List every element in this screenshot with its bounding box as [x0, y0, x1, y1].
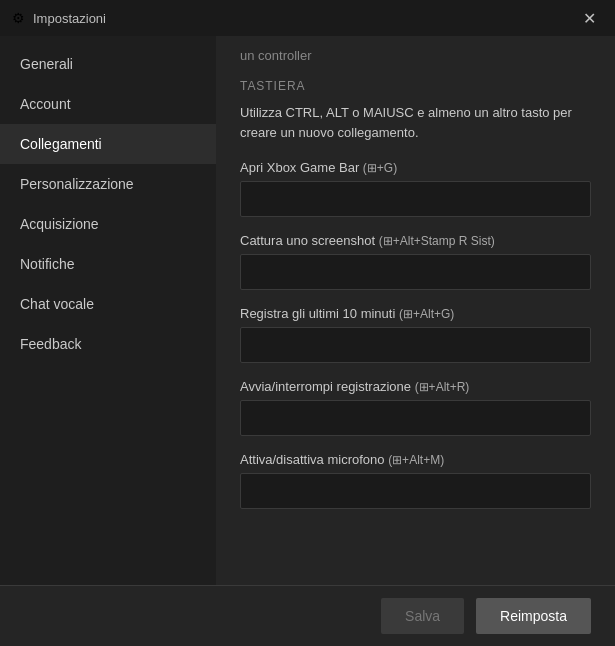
sidebar-item-collegamenti[interactable]: Collegamenti	[0, 124, 216, 164]
titlebar-left: ⚙ Impostazioni	[12, 10, 106, 26]
gear-icon: ⚙	[12, 10, 25, 26]
field-group-avvia-registrazione: Avvia/interrompi registrazione (⊞+Alt+R)	[240, 379, 591, 436]
titlebar-title: Impostazioni	[33, 11, 106, 26]
sidebar-item-feedback[interactable]: Feedback	[0, 324, 216, 364]
field-label-xbox-game-bar: Apri Xbox Game Bar (⊞+G)	[240, 160, 591, 175]
input-xbox-game-bar[interactable]	[240, 181, 591, 217]
titlebar: ⚙ Impostazioni ✕	[0, 0, 615, 36]
field-label-ultimi-10-min: Registra gli ultimi 10 minuti (⊞+Alt+G)	[240, 306, 591, 321]
field-label-microfono: Attiva/disattiva microfono (⊞+Alt+M)	[240, 452, 591, 467]
input-microfono[interactable]	[240, 473, 591, 509]
sidebar-item-notifiche[interactable]: Notifiche	[0, 244, 216, 284]
sidebar-item-chat-vocale[interactable]: Chat vocale	[0, 284, 216, 324]
input-avvia-registrazione[interactable]	[240, 400, 591, 436]
input-screenshot[interactable]	[240, 254, 591, 290]
scrolled-top-text: un controller	[240, 36, 591, 75]
sidebar-item-account[interactable]: Account	[0, 84, 216, 124]
sidebar-item-personalizzazione[interactable]: Personalizzazione	[0, 164, 216, 204]
field-group-ultimi-10-min: Registra gli ultimi 10 minuti (⊞+Alt+G)	[240, 306, 591, 363]
field-label-avvia-registrazione: Avvia/interrompi registrazione (⊞+Alt+R)	[240, 379, 591, 394]
save-button[interactable]: Salva	[381, 598, 464, 634]
sidebar-item-acquisizione[interactable]: Acquisizione	[0, 204, 216, 244]
settings-window: ⚙ Impostazioni ✕ GeneraliAccountCollegam…	[0, 0, 615, 646]
section-label: TASTIERA	[240, 79, 591, 93]
field-group-microfono: Attiva/disattiva microfono (⊞+Alt+M)	[240, 452, 591, 509]
reset-button[interactable]: Reimposta	[476, 598, 591, 634]
content-area: GeneraliAccountCollegamentiPersonalizzaz…	[0, 36, 615, 585]
close-button[interactable]: ✕	[575, 4, 603, 32]
footer: Salva Reimposta	[0, 585, 615, 646]
sidebar: GeneraliAccountCollegamentiPersonalizzaz…	[0, 36, 216, 585]
main-content: un controller TASTIERA Utilizza CTRL, AL…	[216, 36, 615, 585]
field-group-xbox-game-bar: Apri Xbox Game Bar (⊞+G)	[240, 160, 591, 217]
field-group-screenshot: Cattura uno screenshot (⊞+Alt+Stamp R Si…	[240, 233, 591, 290]
shortcut-microfono: (⊞+Alt+M)	[388, 453, 444, 467]
field-label-screenshot: Cattura uno screenshot (⊞+Alt+Stamp R Si…	[240, 233, 591, 248]
shortcut-screenshot: (⊞+Alt+Stamp R Sist)	[379, 234, 495, 248]
fields-container: Apri Xbox Game Bar (⊞+G)Cattura uno scre…	[240, 160, 591, 509]
shortcut-avvia-registrazione: (⊞+Alt+R)	[415, 380, 470, 394]
input-ultimi-10-min[interactable]	[240, 327, 591, 363]
section-description: Utilizza CTRL, ALT o MAIUSC e almeno un …	[240, 103, 591, 142]
shortcut-xbox-game-bar: (⊞+G)	[363, 161, 397, 175]
shortcut-ultimi-10-min: (⊞+Alt+G)	[399, 307, 454, 321]
sidebar-item-generali[interactable]: Generali	[0, 44, 216, 84]
